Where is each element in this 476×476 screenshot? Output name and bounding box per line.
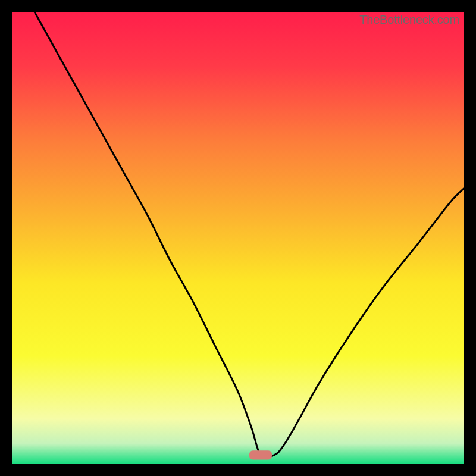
gradient-background [12, 12, 464, 464]
optimum-marker [249, 450, 272, 459]
chart-frame: TheBottleneck.com [12, 12, 464, 464]
watermark-text: TheBottleneck.com [359, 13, 459, 27]
bottleneck-chart [12, 12, 464, 464]
